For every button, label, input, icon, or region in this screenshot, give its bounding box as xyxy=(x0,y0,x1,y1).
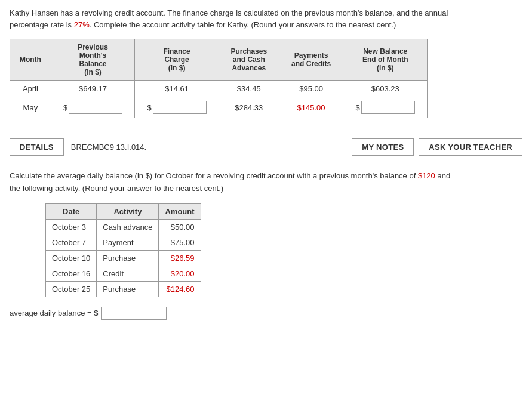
avg-balance-label: average daily balance = $ xyxy=(10,309,99,317)
activity-col-activity: Activity xyxy=(97,203,159,219)
buttons-right: MY NOTES ASK YOUR TEACHER xyxy=(352,138,522,156)
col-prev-balance: PreviousMonth'sBalance(in $) xyxy=(51,39,135,81)
month-cell: April xyxy=(10,81,51,97)
purchases-cell: $34.45 xyxy=(219,81,279,97)
activity-type: Credit xyxy=(97,266,159,281)
second-problem-text3: the following activity. (Round your answ… xyxy=(10,184,223,193)
activity-date: October 25 xyxy=(46,281,97,297)
finance-charge-input-cell: $ xyxy=(135,97,219,118)
intro-text-1: Kathy Hansen has a revolving credit acco… xyxy=(10,8,448,17)
activity-type: Purchase xyxy=(97,250,159,266)
second-problem-text1: Calculate the average daily balance (in … xyxy=(10,171,418,180)
prev-balance-cell: $649.17 xyxy=(51,81,135,97)
list-item: October 10 Purchase $26.59 xyxy=(46,250,201,266)
col-purchases: Purchasesand CashAdvances xyxy=(219,39,279,81)
col-new-balance: New BalanceEnd of Month(in $) xyxy=(343,39,428,81)
rate-value: 27% xyxy=(74,20,90,29)
activity-date: October 7 xyxy=(46,235,97,250)
new-balance-cell: $603.23 xyxy=(343,81,428,97)
second-problem-highlight: $120 xyxy=(418,171,435,180)
finance-charge-input[interactable] xyxy=(153,101,207,114)
avg-balance-row: average daily balance = $ xyxy=(10,307,522,320)
problem-code: BRECMBC9 13.I.014. xyxy=(71,143,345,152)
second-problem-text2: and xyxy=(435,171,450,180)
activity-date: October 16 xyxy=(46,266,97,281)
avg-balance-input[interactable] xyxy=(101,307,167,320)
activity-type: Payment xyxy=(97,235,159,250)
col-payments: Paymentsand Credits xyxy=(279,39,343,81)
payments-cell: $95.00 xyxy=(279,81,343,97)
list-item: October 25 Purchase $124.60 xyxy=(46,281,201,297)
activity-col-date: Date xyxy=(46,203,97,219)
payments-cell: $145.00 xyxy=(279,97,343,118)
second-problem-paragraph: Calculate the average daily balance (in … xyxy=(10,170,522,195)
intro-text-3: . Complete the account activity table fo… xyxy=(90,20,396,29)
dollar-sign: $ xyxy=(63,103,67,112)
purchases-cell: $284.33 xyxy=(219,97,279,118)
new-balance-input-cell: $ xyxy=(343,97,428,118)
dollar-sign: $ xyxy=(147,103,151,112)
prev-balance-input-cell: $ xyxy=(51,97,135,118)
activity-col-amount: Amount xyxy=(159,203,201,219)
my-notes-button[interactable]: MY NOTES xyxy=(352,138,414,156)
finance-charge-cell: $14.61 xyxy=(135,81,219,97)
activity-date: October 10 xyxy=(46,250,97,266)
ask-teacher-button[interactable]: ASK YOUR TEACHER xyxy=(419,138,522,156)
list-item: October 16 Credit $20.00 xyxy=(46,266,201,281)
new-balance-input[interactable] xyxy=(361,101,415,114)
list-item: October 7 Payment $75.00 xyxy=(46,235,201,250)
activity-date: October 3 xyxy=(46,219,97,235)
table-row: April $649.17 $14.61 $34.45 $95.00 $603.… xyxy=(10,81,428,97)
activity-type: Purchase xyxy=(97,281,159,297)
activity-amount: $20.00 xyxy=(159,266,201,281)
activity-table: Date Activity Amount October 3 Cash adva… xyxy=(45,203,201,297)
intro-paragraph: Kathy Hansen has a revolving credit acco… xyxy=(10,7,522,30)
dollar-sign: $ xyxy=(356,103,360,112)
col-month: Month xyxy=(10,39,51,81)
col-finance-charge: FinanceCharge(in $) xyxy=(135,39,219,81)
month-cell: May xyxy=(10,97,51,118)
activity-type: Cash advance xyxy=(97,219,159,235)
credit-table: Month PreviousMonth'sBalance(in $) Finan… xyxy=(10,39,428,118)
details-button[interactable]: DETAILS xyxy=(10,138,64,156)
prev-balance-input[interactable] xyxy=(69,101,122,114)
activity-amount: $50.00 xyxy=(159,219,201,235)
activity-amount: $124.60 xyxy=(159,281,201,297)
list-item: October 3 Cash advance $50.00 xyxy=(46,219,201,235)
activity-amount: $75.00 xyxy=(159,235,201,250)
intro-text-2: percentage rate is xyxy=(10,20,74,29)
table-row: May $ $ $284.33 $145.00 $ xyxy=(10,97,428,118)
activity-amount: $26.59 xyxy=(159,250,201,266)
buttons-bar: DETAILS BRECMBC9 13.I.014. MY NOTES ASK … xyxy=(10,136,522,158)
